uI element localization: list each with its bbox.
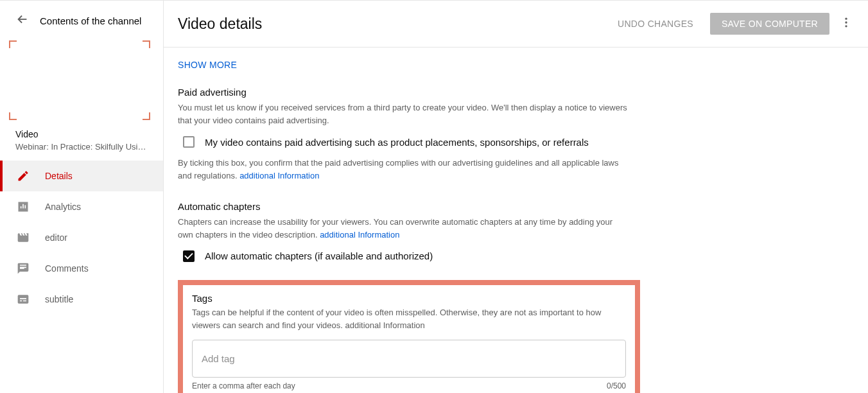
tags-desc: Tags can be helpful if the content of yo…	[192, 306, 626, 332]
tags-heading: Tags	[192, 293, 626, 304]
sidebar-item-label: subtitle	[45, 294, 73, 304]
video-thumbnail-placeholder	[0, 40, 163, 120]
content-scroll: SHOW MORE Paid advertising You must let …	[164, 48, 868, 393]
sidebar-item-comments[interactable]: Comments	[0, 253, 163, 284]
sidebar-item-analytics[interactable]: Analytics	[0, 191, 163, 222]
sidebar-header: Contents of the channel	[0, 1, 163, 40]
subtitle-icon	[15, 292, 31, 307]
svg-point-0	[845, 18, 847, 20]
more-options-icon[interactable]	[838, 12, 854, 35]
sidebar-item-label: Analytics	[45, 202, 81, 212]
paid-advertising-desc: You must let us know if you received ser…	[178, 101, 627, 127]
page-title: Video details	[178, 15, 262, 33]
automatic-chapters-section: Automatic chapters Chapters can increase…	[178, 201, 627, 262]
tags-input[interactable]	[192, 340, 626, 378]
paid-advertising-checkbox[interactable]	[183, 136, 195, 148]
svg-point-2	[845, 25, 847, 27]
paid-advertising-heading: Paid advertising	[178, 87, 627, 98]
save-button[interactable]: SAVE ON COMPUTER	[710, 13, 829, 35]
sidebar-item-details[interactable]: Details	[0, 161, 163, 191]
pencil-icon	[15, 168, 31, 184]
sidebar-item-label: Comments	[45, 263, 89, 274]
tags-info-link[interactable]: additional Information	[345, 320, 424, 330]
video-label: Video	[15, 129, 148, 139]
automatic-chapters-heading: Automatic chapters	[178, 201, 627, 212]
show-more-link[interactable]: SHOW MORE	[178, 60, 237, 70]
automatic-chapters-checkbox-row: Allow automatic chapters (if available a…	[178, 250, 627, 262]
video-meta: Video Webinar: In Practice: Skilfully Us…	[0, 129, 163, 161]
sidebar-item-label: Details	[45, 171, 73, 181]
automatic-chapters-desc: Chapters can increase the usability for …	[178, 216, 627, 241]
sidebar-item-label: editor	[45, 232, 67, 243]
video-name: Webinar: In Practice: Skilfully Using …	[15, 142, 148, 152]
automatic-chapters-checkbox-label: Allow automatic chapters (if available a…	[205, 250, 433, 261]
paid-advertising-checkbox-label: My video contains paid advertising such …	[205, 137, 589, 148]
paid-advertising-section: Paid advertising You must let us know if…	[178, 87, 627, 183]
sidebar-item-subtitle[interactable]: subtitle	[0, 284, 163, 315]
main-content: Video details UNDO CHANGES SAVE ON COMPU…	[164, 1, 868, 393]
sidebar-nav: Details Analytics editor Comments subtit…	[0, 161, 163, 315]
sidebar: Contents of the channel Video Webinar: I…	[0, 1, 164, 393]
comments-icon	[15, 261, 31, 276]
paid-advertising-info-link[interactable]: additional Information	[239, 171, 319, 180]
analytics-icon	[15, 199, 31, 214]
topbar-actions: UNDO CHANGES SAVE ON COMPUTER	[610, 12, 854, 35]
tags-hint: Enter a comma after each day	[192, 381, 295, 390]
back-arrow-icon[interactable]	[15, 12, 30, 29]
paid-advertising-checkbox-row: My video contains paid advertising such …	[178, 136, 627, 148]
automatic-chapters-info-link[interactable]: additional Information	[320, 230, 399, 240]
automatic-chapters-checkbox[interactable]	[183, 250, 195, 262]
sidebar-item-editor[interactable]: editor	[0, 222, 163, 253]
tags-section: Tags Tags can be helpful if the content …	[178, 280, 640, 393]
topbar: Video details UNDO CHANGES SAVE ON COMPU…	[164, 1, 868, 48]
sidebar-title: Contents of the channel	[40, 15, 141, 26]
editor-icon	[15, 230, 31, 245]
paid-advertising-disclaimer: By ticking this box, you confirm that th…	[178, 157, 627, 182]
svg-point-1	[845, 21, 847, 23]
tags-counter: 0/500	[607, 381, 626, 390]
undo-changes-button[interactable]: UNDO CHANGES	[610, 13, 701, 34]
